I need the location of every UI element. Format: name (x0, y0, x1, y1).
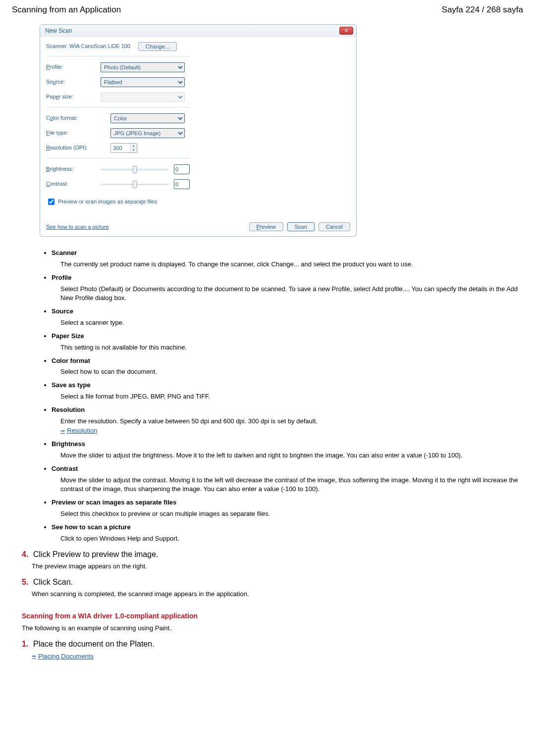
desc: Click to open Windows Help and Support. (52, 534, 523, 544)
new-scan-dialog: New Scan ✕ Scanner: WIA CanoScan LiDE 10… (40, 24, 357, 237)
spinner-buttons-icon[interactable]: ▲▼ (130, 144, 137, 152)
contrast-value[interactable] (174, 179, 190, 189)
list-item: Source Select a scanner type. (52, 307, 523, 328)
contrast-slider[interactable] (101, 184, 169, 185)
desc: Enter the resolution. Specify a value be… (52, 417, 523, 436)
step-4: 4. Click Preview to preview the image. (22, 549, 523, 560)
preview-area (202, 42, 350, 215)
desc: The currently set product name is displa… (52, 260, 523, 269)
desc: Select a file format from JPEG, BMP, PNG… (52, 392, 523, 402)
desc: This setting is not available for this m… (52, 343, 523, 353)
desc: Select this checkbox to preview or scan … (52, 509, 523, 519)
filetype-select[interactable]: JPG (JPEG Image) (110, 128, 185, 138)
preview-button[interactable]: Preview (249, 222, 283, 231)
colorformat-select[interactable]: Color (110, 113, 185, 123)
brightness-value[interactable] (174, 164, 190, 174)
step-text: Place the document on the Platen. (33, 640, 155, 648)
term: Source (52, 307, 73, 315)
resolution-input[interactable] (111, 144, 130, 152)
change-button[interactable]: Change... (138, 42, 177, 51)
papersize-label: Paper size: (46, 93, 101, 101)
step-number: 5. (22, 578, 28, 586)
profile-label: Profile: (46, 63, 101, 71)
separate-files-checkbox[interactable] (48, 199, 54, 205)
term: Save as type (52, 381, 91, 389)
term: Profile (52, 274, 71, 281)
desc: Select how to scan the document. (52, 367, 523, 377)
profile-select[interactable]: Photo (Default) (101, 62, 185, 72)
placing-documents-link[interactable]: Placing Documents (32, 652, 94, 661)
list-item: Paper Size This setting is not available… (52, 332, 523, 353)
desc: Select Photo (Default) or Documents acco… (52, 285, 523, 303)
section-desc: The following is an example of scanning … (22, 624, 523, 633)
list-item: Brightness Move the slider to adjust the… (52, 440, 523, 460)
desc: Select a scanner type. (52, 318, 523, 328)
brightness-label: Brightness: (46, 165, 101, 173)
term: Paper Size (52, 332, 84, 340)
term: Contrast (52, 465, 78, 472)
source-select[interactable]: Flatbed (101, 77, 185, 87)
step-text: Click Preview to preview the image. (33, 550, 159, 558)
papersize-select (101, 92, 185, 102)
step-desc: When scanning is completed, the scanned … (32, 590, 523, 599)
resolution-link[interactable]: Resolution (60, 426, 97, 436)
list-item: Color format Select how to scan the docu… (52, 356, 523, 377)
list-item: See how to scan a picture Click to open … (52, 523, 523, 544)
dialog-title: New Scan (45, 27, 72, 35)
term: See how to scan a picture (52, 523, 131, 531)
list-item: Scanner The currently set product name i… (52, 249, 523, 269)
resolution-stepper[interactable]: ▲▼ (110, 143, 137, 153)
separate-files-label: Preview or scan images as separate files (58, 198, 157, 206)
scanner-label: Scanner: WIA CanoScan LiDE 100 (46, 43, 130, 50)
list-item: Save as type Select a file format from J… (52, 381, 523, 402)
term: Resolution (52, 406, 85, 413)
page-title: Scanning from an Application (12, 4, 121, 16)
resolution-label: Resolution (DPI): (46, 144, 101, 152)
step-text: Click Scan. (33, 578, 73, 586)
term: Scanner (52, 249, 77, 256)
source-label: Source: (46, 78, 101, 86)
list-item: Resolution Enter the resolution. Specify… (52, 405, 523, 436)
filetype-label: File type: (46, 129, 101, 137)
contrast-label: Contrast: (46, 180, 101, 188)
term: Brightness (52, 440, 85, 448)
step-desc: The preview image appears on the right. (32, 562, 523, 571)
step-number: 4. (22, 550, 28, 558)
step-1: 1. Place the document on the Platen. (22, 638, 523, 650)
howto-scan-link[interactable]: See how to scan a picture (46, 223, 109, 231)
section-heading: Scanning from a WIA driver 1.0-compliant… (22, 611, 523, 621)
list-item: Preview or scan images as separate files… (52, 498, 523, 519)
term: Preview or scan images as separate files (52, 499, 176, 506)
close-icon[interactable]: ✕ (339, 27, 353, 35)
desc: Move the slider to adjust the brightness… (52, 451, 523, 460)
term: Color format (52, 357, 90, 364)
step-5: 5. Click Scan. (22, 576, 523, 588)
colorformat-label: Color format: (46, 114, 101, 122)
brightness-slider[interactable] (101, 169, 169, 170)
list-item: Contrast Move the slider to adjust the c… (52, 464, 523, 495)
cancel-button[interactable]: Cancel (319, 222, 350, 231)
scan-button[interactable]: Scan (287, 222, 315, 231)
list-item: Profile Select Photo (Default) or Docume… (52, 273, 523, 303)
desc: Move the slider to adjust the contrast. … (52, 476, 523, 495)
definition-list: Scanner The currently set product name i… (52, 249, 523, 544)
page-number: Sayfa 224 / 268 sayfa (442, 4, 523, 16)
step-number: 1. (22, 640, 28, 648)
